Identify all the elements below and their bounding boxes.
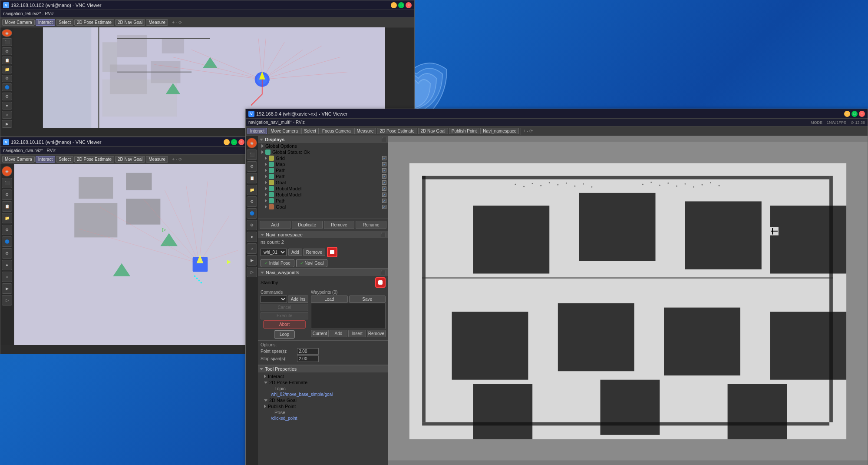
wp-stop-btn[interactable] — [375, 277, 386, 288]
tp-interact-item[interactable]: Interact — [261, 373, 386, 379]
goal1-item[interactable]: Goal ✓ — [258, 179, 388, 186]
icon-ubuntu-1[interactable]: ◉ — [2, 29, 12, 37]
icon-tool-20[interactable]: ▶ — [2, 283, 12, 294]
path1-checkbox[interactable]: ✓ — [382, 168, 386, 173]
icon-tool-6[interactable]: 🔵 — [2, 83, 12, 91]
move-camera-btn-3[interactable]: Move Camera — [268, 128, 300, 134]
stop-span-input[interactable] — [297, 355, 319, 362]
icon-tool-19[interactable]: ○ — [2, 272, 12, 282]
interact-btn-2[interactable]: Interact — [36, 156, 55, 163]
vnc2-maximize[interactable]: □ — [231, 139, 237, 145]
vnc3-maximize[interactable]: □ — [851, 111, 858, 117]
icon-tool-24[interactable]: 📋 — [247, 173, 257, 183]
nav-goal-btn-2[interactable]: 2D Nav Goal — [115, 156, 145, 163]
global-options-item[interactable]: Global Options — [258, 143, 388, 149]
tp-publish-item[interactable]: Publish Point — [261, 403, 386, 409]
map-item[interactable]: Map ✓ — [258, 161, 388, 167]
icon-tool-18[interactable]: ● — [2, 260, 12, 270]
ns-remove-btn[interactable]: Remove — [303, 249, 325, 256]
loop-btn[interactable]: Loop — [274, 330, 295, 339]
icon-tool-32[interactable]: ▷ — [247, 267, 257, 277]
point-speed-input[interactable] — [297, 348, 319, 355]
icon-tool-8[interactable]: ● — [2, 102, 12, 110]
icon-tool-1[interactable]: ⬛ — [2, 38, 12, 46]
load-btn[interactable]: Load — [311, 296, 348, 303]
vnc3-close[interactable]: × — [859, 111, 865, 117]
goal2-checkbox[interactable]: ✓ — [382, 205, 386, 209]
vnc2-minimize[interactable]: ─ — [224, 139, 230, 145]
icon-tool-22[interactable]: ⬛ — [247, 149, 257, 160]
navi-wp-header[interactable]: Navi_waypoints ⬛ — [258, 269, 388, 276]
nav-goal-btn-3[interactable]: 2D Nav Goal — [418, 128, 448, 134]
tool-props-header[interactable]: Tool Properties — [258, 365, 388, 372]
save-btn[interactable]: Save — [349, 296, 386, 303]
icon-tool-9[interactable]: ○ — [2, 111, 12, 119]
goal1-checkbox[interactable]: ✓ — [382, 180, 386, 185]
icon-tool-11[interactable]: ⬛ — [2, 178, 12, 188]
wp-remove-btn[interactable]: Remove — [367, 330, 386, 337]
navi-ns-btn-3[interactable]: Navi_namespace — [480, 128, 519, 134]
vnc3-minimize[interactable]: ─ — [844, 111, 850, 117]
duplicate-display-btn[interactable]: Duplicate — [292, 221, 323, 229]
icon-tool-2[interactable]: ⚙ — [2, 47, 12, 55]
icon-tool-25[interactable]: 📁 — [247, 185, 257, 195]
path2-checkbox[interactable]: ✓ — [382, 174, 386, 179]
robotmodel1-checkbox[interactable]: ✓ — [382, 186, 386, 191]
icon-tool-17[interactable]: ⚙ — [2, 248, 12, 259]
icon-tool-16[interactable]: 🔵 — [2, 236, 12, 247]
icon-ubuntu-2[interactable]: ◉ — [2, 166, 12, 176]
vnc2-close[interactable]: × — [238, 139, 244, 145]
icon-tool-10[interactable]: ▶ — [2, 120, 12, 128]
wp-insert-btn[interactable]: Insert — [348, 330, 366, 337]
ns-stop-btn[interactable] — [327, 247, 337, 257]
nav-goal-btn-1[interactable]: 2D Nav Goal — [115, 19, 145, 26]
navi-goal-btn[interactable]: ✓ Navi Goal — [296, 259, 328, 267]
focus-cam-btn-3[interactable]: Focus Camera — [320, 128, 353, 134]
displays-scroll-btn[interactable]: ⬛ — [381, 137, 386, 142]
select-btn-1[interactable]: Select — [56, 19, 73, 26]
global-status-item[interactable]: Global Status: Ok — [258, 149, 388, 155]
icon-tool-15[interactable]: ⚙ — [2, 225, 12, 235]
pose-est-btn-1[interactable]: 2D Pose Estimate — [74, 19, 114, 26]
select-btn-2[interactable]: Select — [56, 156, 73, 163]
icon-tool-3[interactable]: 📋 — [2, 56, 12, 64]
icon-tool-4[interactable]: 📁 — [2, 66, 12, 73]
ns-add-btn[interactable]: Add — [288, 249, 302, 256]
move-camera-btn-2[interactable]: Move Camera — [2, 156, 35, 163]
icon-tool-31[interactable]: ▶ — [247, 255, 257, 266]
tp-nav-goal-item[interactable]: 2D Nav Goal — [261, 397, 386, 403]
navi-ns-scroll-btn[interactable]: ⬛ — [380, 232, 386, 237]
icon-tool-14[interactable]: 📁 — [2, 213, 12, 223]
icon-tool-7[interactable]: ⚙ — [2, 93, 12, 100]
pose-est-btn-3[interactable]: 2D Pose Estimate — [377, 128, 417, 134]
icon-tool-5[interactable]: ⚙ — [2, 75, 12, 83]
add-display-btn[interactable]: Add — [260, 221, 290, 229]
path3-item[interactable]: Path ✓ — [258, 198, 388, 204]
icon-tool-26[interactable]: ⚙ — [247, 196, 257, 207]
measure-btn-3[interactable]: Measure — [354, 128, 376, 134]
icon-tool-23[interactable]: ⚙ — [247, 161, 257, 172]
grid-checkbox[interactable]: ✓ — [382, 156, 386, 160]
icon-tool-27[interactable]: 🔵 — [247, 208, 257, 219]
publish-point-btn-3[interactable]: Publish Point — [449, 128, 479, 134]
icon-tool-30[interactable]: ○ — [247, 243, 257, 254]
execute-btn[interactable]: Execute — [261, 312, 308, 319]
goal2-item[interactable]: Goal ✓ — [258, 204, 388, 210]
wp-add-btn[interactable]: Add — [330, 330, 347, 337]
remove-display-btn[interactable]: Remove — [324, 221, 355, 229]
cmd-add-ins-btn[interactable]: Add ins — [288, 296, 308, 303]
path3-checkbox[interactable]: ✓ — [382, 199, 386, 203]
interact-btn-1[interactable]: Interact — [36, 19, 55, 26]
cancel-btn[interactable]: Cancel — [261, 304, 308, 311]
select-btn-3[interactable]: Select — [301, 128, 319, 134]
abort-btn[interactable]: Abort — [263, 320, 306, 329]
ns-select[interactable]: whi_01 — [261, 249, 287, 256]
navi-wp-scroll-btn[interactable]: ⬛ — [380, 270, 386, 275]
icon-ubuntu-3[interactable]: ◉ — [247, 138, 257, 148]
wp-current-btn[interactable]: Current — [311, 330, 329, 337]
robotmodel2-item[interactable]: RobotModel ✓ — [258, 192, 388, 198]
initial-pose-btn[interactable]: ✓ Initial Pose — [261, 259, 294, 267]
cmd-select[interactable] — [261, 296, 287, 303]
robotmodel1-item[interactable]: RobotModel ✓ — [258, 186, 388, 192]
icon-tool-29[interactable]: ● — [247, 232, 257, 242]
